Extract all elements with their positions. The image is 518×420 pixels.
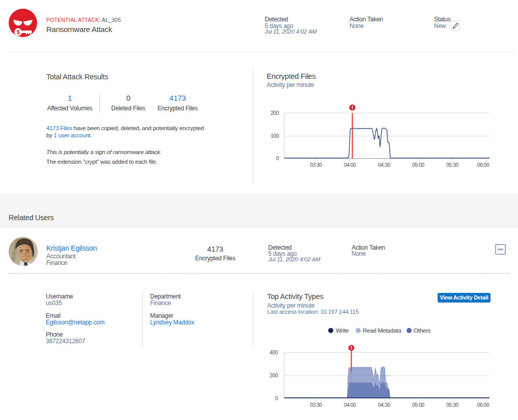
svg-text:04:00: 04:00: [344, 402, 356, 408]
svg-text:05:30: 05:30: [446, 162, 458, 168]
svg-text:0: 0: [275, 396, 278, 401]
svg-text:06:00: 06:00: [477, 162, 490, 168]
svg-text:0: 0: [276, 156, 279, 161]
svg-text:04:30: 04:30: [378, 402, 390, 408]
svg-text:06:00: 06:00: [477, 402, 490, 408]
svg-text:200: 200: [270, 373, 278, 378]
svg-text:04:00: 04:00: [344, 162, 356, 168]
svg-text:05:00: 05:00: [412, 402, 424, 408]
svg-text:100: 100: [271, 133, 279, 139]
svg-text:03:30: 03:30: [310, 402, 322, 408]
svg-text:400: 400: [270, 350, 278, 355]
svg-text:03:30: 03:30: [310, 162, 322, 168]
svg-text:200: 200: [271, 110, 279, 116]
svg-text:$: $: [17, 29, 20, 35]
svg-text:05:00: 05:00: [412, 162, 424, 168]
svg-text:04:30: 04:30: [378, 162, 390, 168]
svg-text:05:30: 05:30: [446, 402, 458, 408]
